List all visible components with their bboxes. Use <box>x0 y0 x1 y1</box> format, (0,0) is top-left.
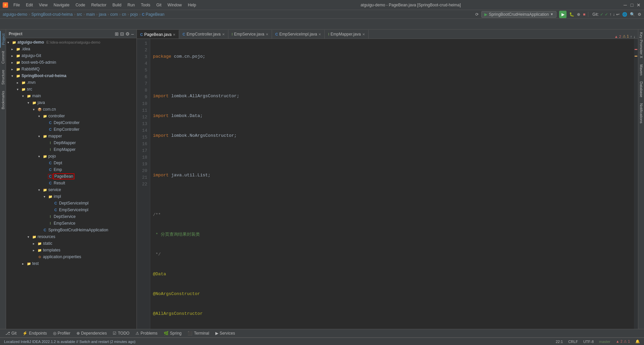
settings-icon[interactable]: ⚙ <box>638 12 641 17</box>
tree-root[interactable]: ▾ 📁 atguigu-demo E:\idea-workspace\atgui… <box>6 39 137 46</box>
debug-button[interactable]: 🐛 <box>569 12 574 17</box>
tree-test[interactable]: ▸ 📁 test <box>6 260 137 267</box>
tree-impl[interactable]: ▾ 📁 impl <box>6 193 137 200</box>
tree-mvn[interactable]: ▸ 📁 .mvn <box>6 79 137 86</box>
menu-window[interactable]: Window <box>165 2 184 8</box>
menu-edit[interactable]: Edit <box>23 2 36 8</box>
translate-icon[interactable]: 🌐 <box>622 12 627 17</box>
tree-deptcontroller[interactable]: ▸ C DeptController <box>6 119 137 126</box>
coverage-button[interactable]: ⊕ <box>577 12 580 17</box>
vcs-update-icon[interactable]: ⟳ <box>475 12 479 17</box>
tree-comcn[interactable]: ▾ 📦 com.cn <box>6 106 137 113</box>
bottom-tab-dependencies[interactable]: ⊕ Dependencies <box>74 330 110 337</box>
git-revert[interactable]: ↩ <box>616 12 620 17</box>
bottom-tab-terminal[interactable]: ⬛ Terminal <box>185 330 212 337</box>
tree-src[interactable]: ▾ 📁 src <box>6 86 137 93</box>
bottom-tab-profiler[interactable]: ◎ Profiler <box>50 330 73 337</box>
menu-navigate[interactable]: Navigate <box>51 2 72 8</box>
editor-tab-empmapper[interactable]: I EmpMapper.java ✕ <box>325 30 368 39</box>
tree-templates[interactable]: ▸ 📁 templates <box>6 247 137 253</box>
breadcrumb-root[interactable]: atguigu-demo <box>3 12 27 17</box>
right-tab-maven[interactable]: Maven <box>639 62 644 78</box>
tab-close-empservice[interactable]: ✕ <box>266 33 268 36</box>
tree-service[interactable]: ▾ 📁 service <box>6 186 137 193</box>
breadcrumb-project[interactable]: SpringBoot-crud-heima <box>31 12 72 17</box>
menu-build[interactable]: Build <box>110 2 124 8</box>
bottom-tab-spring[interactable]: 🌿 Spring <box>161 330 184 337</box>
status-line-ending[interactable]: CRLF <box>567 340 579 344</box>
tree-application[interactable]: ▸ C SpringBootCrudHeimaApplication <box>6 227 137 233</box>
sidebar-tab-bookmarks[interactable]: Bookmarks <box>0 88 6 112</box>
editor-tab-empcontroller[interactable]: C EmpController.java ✕ <box>179 30 228 39</box>
sidebar-tab-structure[interactable]: Structure <box>0 67 6 88</box>
right-tab-notifications[interactable]: Notifications <box>639 101 644 126</box>
editor-tab-empservice[interactable]: I EmpService.java ✕ <box>228 30 272 39</box>
menu-refactor[interactable]: Refactor <box>89 2 109 8</box>
search-icon[interactable]: 🔍 <box>630 12 635 17</box>
close-button[interactable]: ✕ <box>636 2 641 8</box>
tree-mapper[interactable]: ▾ 📁 mapper <box>6 133 137 139</box>
right-tab-database[interactable]: Database <box>639 79 644 100</box>
status-errors[interactable]: ▲ 2 ⚠ 1 <box>614 339 631 344</box>
git-push[interactable]: ↑ <box>609 12 611 17</box>
sidebar-tab-project[interactable]: Project <box>0 31 6 48</box>
status-message[interactable]: Localized IntelliJ IDEA 2022.1.2 is avai… <box>3 340 137 344</box>
tree-deptservice[interactable]: ▸ I DeptService <box>6 213 137 220</box>
menu-file[interactable]: File <box>11 2 22 8</box>
project-expand-all[interactable]: ⊞ <box>115 31 119 37</box>
menu-help[interactable]: Help <box>185 2 199 8</box>
tree-empserviceimpl[interactable]: ▸ C EmpServiceImpl <box>6 207 137 213</box>
tab-close-pagebean[interactable]: ✕ <box>173 33 175 37</box>
right-tab-key-promoter[interactable]: Key Promoter X <box>639 30 644 61</box>
status-git-branch[interactable]: master <box>598 340 612 344</box>
tree-boot-web[interactable]: ▸ 📁 boot-web-05-admin <box>6 59 137 66</box>
menu-tools[interactable]: Tools <box>138 2 153 8</box>
status-encoding[interactable]: UTF-8 <box>582 340 595 344</box>
maximize-button[interactable]: □ <box>629 2 635 8</box>
menu-run[interactable]: Run <box>125 2 138 8</box>
tree-static[interactable]: ▸ 📁 static <box>6 240 137 247</box>
status-position[interactable]: 22:1 <box>554 340 564 344</box>
tree-deptmapper[interactable]: ▸ I DeptMapper <box>6 139 137 146</box>
tree-pojo[interactable]: ▾ 📁 pojo <box>6 153 137 160</box>
menu-view[interactable]: View <box>36 2 50 8</box>
breadcrumb-cn[interactable]: cn <box>122 12 126 17</box>
tree-rabbitmq[interactable]: ▸ 📁 RabbitMQ <box>6 66 137 72</box>
code-editor[interactable]: 1 2 3 4 5 6 7 8 9 10 11 12 13 14 15 16 1… <box>137 39 638 329</box>
sidebar-tab-commit[interactable]: Commit <box>0 48 6 66</box>
bottom-tab-endpoints[interactable]: ⚡ Endpoints <box>20 330 49 337</box>
git-pull[interactable]: ↓ <box>613 12 615 17</box>
tree-atguigu-git[interactable]: ▸ 📁 atguigu-Git <box>6 52 137 59</box>
editor-tab-pagebean[interactable]: C PageBean.java ✕ <box>137 30 179 39</box>
breadcrumb-pojo[interactable]: pojo <box>130 12 138 17</box>
git-checkmark2[interactable]: ✓ <box>605 12 608 17</box>
tree-emp[interactable]: ▸ C Emp <box>6 166 137 173</box>
breadcrumb-java[interactable]: java <box>99 12 106 17</box>
tree-deptserviceimpl[interactable]: ▸ C DeptServiceImpl <box>6 200 137 207</box>
tree-resources[interactable]: ▾ 📁 resources <box>6 233 137 240</box>
bottom-tab-todo[interactable]: ☑ TODO <box>110 330 132 337</box>
tree-application-properties[interactable]: ▸ ⚙ application.properties <box>6 253 137 260</box>
tree-pagebean[interactable]: ▸ C PageBean <box>6 173 137 180</box>
tree-idea[interactable]: ▸ 📁 .idea <box>6 46 137 52</box>
run-config-selector[interactable]: ▶ SpringBootCrudHeimaApplication ▼ <box>481 11 556 18</box>
editor-tab-empserviceimpl[interactable]: C EmpServiceImpl.java ✕ <box>272 30 325 39</box>
tree-springboot-crud[interactable]: ▾ 📁 SpringBoot-crud-heima <box>6 72 137 79</box>
tree-main[interactable]: ▾ 📁 main <box>6 93 137 99</box>
project-collapse-all[interactable]: ⊟ <box>120 31 124 37</box>
tree-java[interactable]: ▾ 📁 java <box>6 99 137 106</box>
git-checkmark1[interactable]: ✓ <box>600 12 603 17</box>
run-button[interactable]: ▶ <box>559 11 567 18</box>
tab-close-empmapper[interactable]: ✕ <box>362 33 365 36</box>
tree-result[interactable]: ▸ C Result <box>6 180 137 186</box>
menu-code[interactable]: Code <box>73 2 88 8</box>
project-settings[interactable]: ⚙ <box>125 31 130 37</box>
breadcrumb-main[interactable]: main <box>86 12 95 17</box>
tree-empservice[interactable]: ▸ I EmpService <box>6 220 137 227</box>
breadcrumb-pagebean[interactable]: C PageBean <box>142 12 164 17</box>
tree-controller[interactable]: ▾ 📁 controller <box>6 113 137 119</box>
menu-git[interactable]: Git <box>154 2 164 8</box>
tree-empcontroller[interactable]: ▸ C EmpController <box>6 126 137 133</box>
breadcrumb-src[interactable]: src <box>77 12 82 17</box>
bottom-tab-git[interactable]: ⎇ Git <box>3 330 19 337</box>
